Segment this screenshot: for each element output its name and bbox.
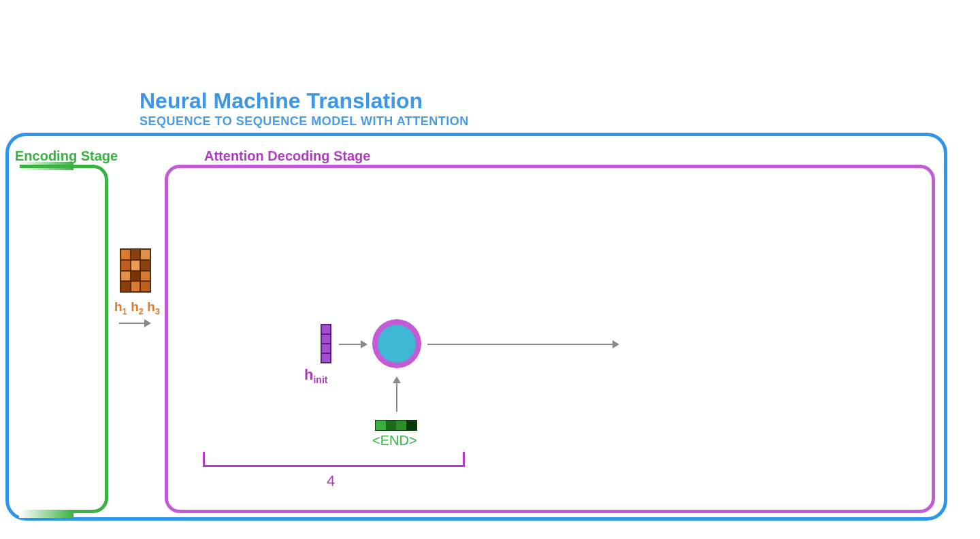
timestep-bracket: [203, 452, 465, 467]
end-token-label: <END>: [372, 433, 417, 448]
end-token-vector: [375, 420, 417, 431]
hinit-vector: [321, 324, 331, 363]
timestep-number: 4: [327, 472, 335, 490]
encoder-hidden-states-matrix: [120, 248, 151, 293]
encoder-fade-bottom: [19, 510, 74, 518]
encoder-box: [20, 165, 108, 513]
diagram-title: Neural Machine Translation: [140, 88, 423, 114]
diagram-subtitle: SEQUENCE TO SEQUENCE MODEL WITH ATTENTIO…: [140, 114, 469, 129]
attention-decoding-stage-label: Attention Decoding Stage: [201, 148, 373, 164]
decoder-rnn-node: [372, 319, 421, 368]
encoder-output-arrow: [119, 323, 150, 324]
hidden-state-labels: h1 h2 h3: [114, 299, 160, 316]
hinit-label: hinit: [304, 366, 327, 385]
decoder-rnn-inner: [378, 325, 416, 363]
hinit-arrow: [339, 344, 366, 345]
decoder-input-arrow: [396, 378, 397, 412]
decoder-forward-arrow: [427, 344, 618, 345]
